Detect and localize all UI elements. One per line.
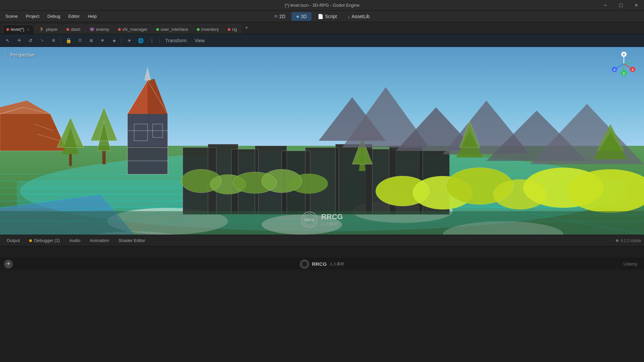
tab-close-level[interactable]: × [26, 27, 30, 32]
enemy-icon: 👾 [89, 27, 95, 32]
svg-line-124 [624, 63, 633, 64]
scene-canvas [0, 47, 644, 235]
lock-button[interactable]: 🔒 [63, 36, 73, 45]
tab-vfx-manager[interactable]: vfx_manager [114, 24, 152, 34]
snap-button[interactable]: ⊞ [86, 36, 96, 45]
script-icon: 📄 [318, 14, 323, 19]
titlebar: (*) level.tscn - 3D-RPG - Godot Engine −… [0, 0, 644, 11]
move-tool-button[interactable]: ✛ [14, 36, 24, 45]
sun-button[interactable]: ☀ [124, 36, 134, 45]
physics-button[interactable]: ◈ [109, 36, 119, 45]
2d-icon: ⟳ [274, 14, 278, 19]
tab-output[interactable]: Output [3, 236, 24, 245]
mode-assetlib-button[interactable]: ↓ AssetLib [343, 12, 374, 21]
mode-3d-button[interactable]: ◈ 3D [291, 12, 312, 21]
bottom-panel: Output Debugger (2) Audio Animation Shad… [0, 235, 644, 258]
svg-text:Y: Y [623, 53, 625, 56]
tab-rig[interactable]: rig [224, 24, 241, 34]
gizmo-svg: Y X X Z [610, 50, 637, 77]
maximize-button[interactable]: □ [613, 0, 629, 11]
viewport[interactable]: ⋮ Perspective Y X X Z [0, 47, 644, 235]
rrcg-status-area: RRCG 人人素材 [300, 259, 344, 269]
close-button[interactable]: × [629, 0, 644, 11]
tab-player[interactable]: 🏃 player [35, 24, 62, 34]
tab-dot [197, 28, 200, 31]
menu-project[interactable]: Project [22, 12, 43, 20]
tab-animation[interactable]: Animation [86, 236, 113, 245]
gizmo: Y X X Z [610, 50, 637, 77]
tab-level[interactable]: level(*) × [3, 24, 35, 34]
scale-tool-button[interactable]: ⤡ [37, 36, 47, 45]
perspective-label: ⋮ Perspective [3, 52, 35, 58]
bottom-tabs: Output Debugger (2) Audio Animation Shad… [0, 235, 644, 246]
svg-text:X: X [632, 68, 634, 71]
select-tool-button[interactable]: ↖ [3, 36, 13, 45]
tab-inventory[interactable]: inventory [193, 24, 223, 34]
svg-rect-52 [69, 154, 72, 166]
udemy-label: Udemy [624, 261, 637, 266]
viewport-toolbar: ↖ ✛ ↺ ⤡ ⊞ 🔒 ⊡ ⊞ 👁 ◈ ☀ 🌐 ⋮ Transform View [0, 34, 644, 47]
tab-user-interface[interactable]: user_interface [153, 24, 193, 34]
minimize-button[interactable]: − [598, 0, 613, 11]
player-icon: 🏃 [39, 27, 44, 32]
toolbar-separator-2 [121, 37, 122, 44]
visibility-button[interactable]: 👁 [98, 36, 108, 45]
3d-icon: ◈ [296, 14, 299, 19]
view-label-button[interactable]: View [191, 36, 208, 45]
add-tab-button[interactable]: + [242, 23, 251, 33]
tab-dot [118, 28, 121, 31]
tab-dot [6, 28, 9, 31]
tab-dot [228, 28, 230, 31]
toolbar-separator-1 [61, 37, 61, 44]
svg-text:Z: Z [623, 72, 625, 75]
debugger-dot-icon [29, 239, 32, 242]
menu-scene[interactable]: Scene [1, 12, 22, 20]
tab-dash[interactable]: dash [63, 24, 85, 34]
svg-point-129 [302, 261, 307, 267]
menu-help[interactable]: Help [84, 12, 101, 20]
rrcg-watermark: RRCG RRCG 人人素材 [301, 211, 343, 228]
assetlib-icon: ↓ [347, 14, 350, 19]
mode-script-button[interactable]: 📄 Script [313, 12, 342, 21]
svg-text:X: X [613, 68, 615, 71]
group-button[interactable]: ⊡ [75, 36, 85, 45]
version-dot-icon [616, 239, 619, 242]
tab-debugger[interactable]: Debugger (2) [25, 236, 64, 245]
tab-enemy[interactable]: 👾 enemy [86, 24, 114, 34]
svg-rect-47 [102, 151, 106, 164]
rrcg-logo-icon: RRCG [301, 211, 318, 228]
toolbar-separator-3 [159, 37, 160, 44]
version-area: 4.2.2.stable [616, 238, 641, 243]
window-title: (*) level.tscn - 3D-RPG - Godot Engine [284, 3, 359, 8]
env-button[interactable]: 🌐 [136, 36, 146, 45]
transform-tool-button[interactable]: ⊞ [48, 36, 58, 45]
more-button[interactable]: ⋮ [147, 36, 157, 45]
add-status-button[interactable]: + [4, 260, 13, 268]
tab-shader-editor[interactable]: Shader Editor [114, 236, 149, 245]
svg-point-78 [289, 174, 328, 194]
rrcg-status-icon [300, 259, 309, 269]
statusbar: + RRCG 人人素材 Udemy [0, 258, 644, 269]
menubar: Scene Project Debug Editor Help ⟳ 2D ◈ 3… [0, 11, 644, 22]
rrcg-subtitle: 人人素材 [329, 261, 344, 266]
tab-dot [156, 28, 159, 31]
titlebar-controls: − □ × [598, 0, 644, 11]
rotate-tool-button[interactable]: ↺ [25, 36, 36, 45]
mode-2d-button[interactable]: ⟳ 2D [270, 12, 290, 21]
three-dots-icon[interactable]: ⋮ [3, 52, 9, 58]
svg-text:RRCG: RRCG [305, 218, 315, 222]
tab-dot [66, 28, 69, 31]
rrcg-title: RRCG [312, 261, 327, 267]
tab-audio[interactable]: Audio [65, 236, 84, 245]
tabbar: level(*) × 🏃 player dash 👾 enemy vfx_man… [0, 22, 644, 34]
menu-editor[interactable]: Editor [64, 12, 84, 20]
menu-debug[interactable]: Debug [43, 12, 64, 20]
transform-label-button[interactable]: Transform [162, 36, 190, 45]
